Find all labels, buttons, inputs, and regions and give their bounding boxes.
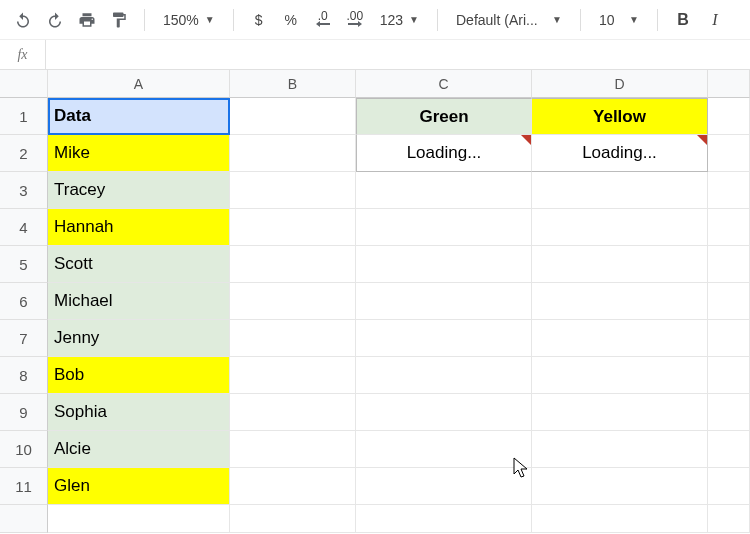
row-header[interactable]: 6 bbox=[0, 283, 48, 320]
cell-E1[interactable] bbox=[708, 98, 750, 135]
cell-B1[interactable] bbox=[230, 98, 356, 135]
cell-D6[interactable] bbox=[532, 283, 708, 320]
cell-B8[interactable] bbox=[230, 357, 356, 394]
cell-A4[interactable]: Hannah bbox=[48, 209, 230, 246]
row-header[interactable]: 9 bbox=[0, 394, 48, 431]
cell-B5[interactable] bbox=[230, 246, 356, 283]
more-formats-dropdown[interactable]: 123 ▼ bbox=[374, 7, 425, 33]
cell-E8[interactable] bbox=[708, 357, 750, 394]
decrease-decimal-button[interactable]: .0 bbox=[310, 7, 336, 33]
separator bbox=[233, 9, 234, 31]
cell-A1[interactable]: Data bbox=[48, 98, 230, 135]
cell-C6[interactable] bbox=[356, 283, 532, 320]
cell-A2[interactable]: Mike bbox=[48, 135, 230, 172]
italic-button[interactable]: I bbox=[702, 7, 728, 33]
row-header[interactable]: 4 bbox=[0, 209, 48, 246]
row-header[interactable]: 11 bbox=[0, 468, 48, 505]
row-header[interactable]: 3 bbox=[0, 172, 48, 209]
cell-D9[interactable] bbox=[532, 394, 708, 431]
font-size-dropdown[interactable]: 10 ▼ bbox=[593, 7, 645, 33]
font-name: Default (Ari... bbox=[456, 12, 538, 28]
cell-E12[interactable] bbox=[708, 505, 750, 533]
cell-A6[interactable]: Michael bbox=[48, 283, 230, 320]
cell-B6[interactable] bbox=[230, 283, 356, 320]
percent-button[interactable]: % bbox=[278, 7, 304, 33]
spreadsheet-grid: A B C D 1 Data Green Yellow 2 Mike Loadi… bbox=[0, 70, 750, 533]
cell-E4[interactable] bbox=[708, 209, 750, 246]
cell-A12[interactable] bbox=[48, 505, 230, 533]
row-header[interactable]: 10 bbox=[0, 431, 48, 468]
column-header-C[interactable]: C bbox=[356, 70, 532, 98]
font-size-value: 10 bbox=[599, 12, 615, 28]
cell-C4[interactable] bbox=[356, 209, 532, 246]
zoom-dropdown[interactable]: 150% ▼ bbox=[157, 7, 221, 33]
currency-button[interactable]: $ bbox=[246, 7, 272, 33]
print-icon[interactable] bbox=[74, 7, 100, 33]
column-header-D[interactable]: D bbox=[532, 70, 708, 98]
cell-D5[interactable] bbox=[532, 246, 708, 283]
cell-E10[interactable] bbox=[708, 431, 750, 468]
cell-B4[interactable] bbox=[230, 209, 356, 246]
cell-D2[interactable]: Loading... bbox=[532, 135, 708, 172]
cell-B2[interactable] bbox=[230, 135, 356, 172]
row-10: 10 Alcie bbox=[0, 431, 750, 468]
undo-icon[interactable] bbox=[10, 7, 36, 33]
row-header[interactable] bbox=[0, 505, 48, 533]
cell-B3[interactable] bbox=[230, 172, 356, 209]
cell-B10[interactable] bbox=[230, 431, 356, 468]
cell-D11[interactable] bbox=[532, 468, 708, 505]
cell-E9[interactable] bbox=[708, 394, 750, 431]
cell-A9[interactable]: Sophia bbox=[48, 394, 230, 431]
chevron-down-icon: ▼ bbox=[552, 14, 562, 25]
cell-D7[interactable] bbox=[532, 320, 708, 357]
formula-input[interactable] bbox=[46, 40, 750, 69]
cell-A3[interactable]: Tracey bbox=[48, 172, 230, 209]
cell-C8[interactable] bbox=[356, 357, 532, 394]
row-header[interactable]: 1 bbox=[0, 98, 48, 135]
paint-format-icon[interactable] bbox=[106, 7, 132, 33]
cell-D10[interactable] bbox=[532, 431, 708, 468]
cell-E11[interactable] bbox=[708, 468, 750, 505]
row-header[interactable]: 7 bbox=[0, 320, 48, 357]
cell-C7[interactable] bbox=[356, 320, 532, 357]
cell-C1[interactable]: Green bbox=[356, 98, 532, 135]
cell-C5[interactable] bbox=[356, 246, 532, 283]
select-all-corner[interactable] bbox=[0, 70, 48, 98]
cell-B11[interactable] bbox=[230, 468, 356, 505]
cell-A10[interactable]: Alcie bbox=[48, 431, 230, 468]
cell-E3[interactable] bbox=[708, 172, 750, 209]
redo-icon[interactable] bbox=[42, 7, 68, 33]
font-dropdown[interactable]: Default (Ari... ▼ bbox=[450, 7, 568, 33]
row-header[interactable]: 2 bbox=[0, 135, 48, 172]
cell-D12[interactable] bbox=[532, 505, 708, 533]
bold-button[interactable]: B bbox=[670, 7, 696, 33]
cell-C12[interactable] bbox=[356, 505, 532, 533]
cell-C10[interactable] bbox=[356, 431, 532, 468]
cell-D8[interactable] bbox=[532, 357, 708, 394]
cell-D4[interactable] bbox=[532, 209, 708, 246]
cell-A5[interactable]: Scott bbox=[48, 246, 230, 283]
cell-A8[interactable]: Bob bbox=[48, 357, 230, 394]
cell-E5[interactable] bbox=[708, 246, 750, 283]
cell-E7[interactable] bbox=[708, 320, 750, 357]
cell-D1[interactable]: Yellow bbox=[532, 98, 708, 135]
row-header[interactable]: 5 bbox=[0, 246, 48, 283]
cell-C9[interactable] bbox=[356, 394, 532, 431]
cell-E2[interactable] bbox=[708, 135, 750, 172]
column-header-extra[interactable] bbox=[708, 70, 750, 98]
cell-A11[interactable]: Glen bbox=[48, 468, 230, 505]
increase-decimal-button[interactable]: .00 bbox=[342, 7, 368, 33]
cell-B7[interactable] bbox=[230, 320, 356, 357]
chevron-down-icon: ▼ bbox=[629, 14, 639, 25]
column-header-B[interactable]: B bbox=[230, 70, 356, 98]
cell-D3[interactable] bbox=[532, 172, 708, 209]
row-header[interactable]: 8 bbox=[0, 357, 48, 394]
cell-A7[interactable]: Jenny bbox=[48, 320, 230, 357]
cell-E6[interactable] bbox=[708, 283, 750, 320]
cell-B12[interactable] bbox=[230, 505, 356, 533]
cell-C2[interactable]: Loading... bbox=[356, 135, 532, 172]
cell-C3[interactable] bbox=[356, 172, 532, 209]
cell-C11[interactable] bbox=[356, 468, 532, 505]
column-header-A[interactable]: A bbox=[48, 70, 230, 98]
cell-B9[interactable] bbox=[230, 394, 356, 431]
